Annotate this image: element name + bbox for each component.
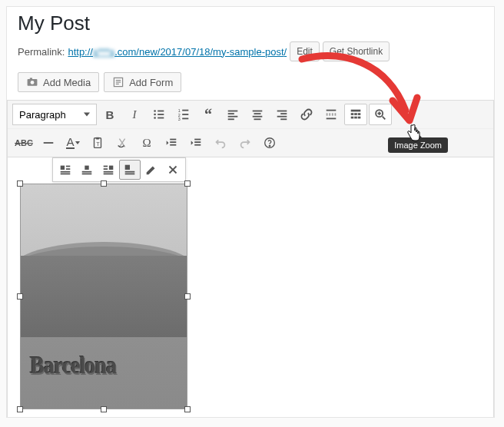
- tooltip: Image Zoom: [388, 137, 448, 153]
- svg-rect-32: [327, 114, 337, 115]
- svg-rect-54: [194, 144, 201, 146]
- img-edit-button[interactable]: [141, 160, 162, 180]
- svg-rect-19: [228, 111, 238, 112]
- svg-rect-40: [358, 117, 361, 119]
- svg-rect-28: [280, 113, 287, 114]
- clear-formatting-button[interactable]: [111, 132, 134, 154]
- editor-content-area[interactable]: Barcelona: [7, 157, 494, 418]
- camera-icon: [26, 76, 38, 88]
- svg-rect-51: [170, 144, 176, 146]
- svg-rect-34: [351, 110, 361, 112]
- resize-handle[interactable]: [17, 293, 23, 300]
- svg-point-7: [154, 110, 156, 112]
- strikethrough-button[interactable]: ABC: [12, 132, 35, 154]
- resize-handle[interactable]: [184, 406, 191, 412]
- link-button[interactable]: [295, 104, 318, 125]
- svg-rect-18: [182, 118, 188, 120]
- svg-text:T: T: [96, 141, 100, 147]
- svg-rect-2: [30, 78, 32, 79]
- help-button[interactable]: [258, 132, 281, 154]
- hr-button[interactable]: [37, 132, 60, 154]
- resize-handle[interactable]: [184, 180, 191, 187]
- svg-rect-60: [61, 171, 71, 173]
- svg-rect-23: [253, 111, 263, 112]
- svg-rect-20: [228, 113, 234, 114]
- svg-rect-57: [61, 166, 65, 170]
- get-shortlink-button[interactable]: Get Shortlink: [323, 41, 390, 61]
- svg-rect-27: [277, 111, 287, 112]
- img-remove-button[interactable]: [162, 160, 184, 180]
- svg-rect-69: [104, 174, 114, 175]
- img-align-none-button[interactable]: [119, 160, 141, 180]
- align-right-button[interactable]: [270, 104, 293, 125]
- special-char-button[interactable]: Ω: [135, 132, 158, 154]
- svg-point-56: [269, 145, 270, 146]
- edit-permalink-button[interactable]: Edit: [290, 41, 320, 61]
- resize-handle[interactable]: [17, 406, 23, 412]
- svg-rect-16: [182, 114, 188, 115]
- svg-rect-22: [228, 118, 234, 120]
- svg-rect-47: [96, 137, 99, 140]
- svg-rect-12: [158, 118, 164, 119]
- add-media-button[interactable]: Add Media: [18, 72, 99, 92]
- content-image[interactable]: Barcelona: [20, 184, 187, 409]
- svg-rect-35: [351, 113, 354, 115]
- svg-rect-37: [358, 113, 361, 115]
- svg-rect-72: [125, 174, 135, 175]
- undo-button[interactable]: [209, 132, 232, 154]
- bold-button[interactable]: B: [98, 104, 121, 125]
- svg-rect-63: [82, 171, 92, 173]
- svg-rect-70: [125, 165, 130, 170]
- image-zoom-button[interactable]: [369, 104, 392, 125]
- svg-rect-58: [66, 166, 70, 167]
- resize-handle[interactable]: [17, 180, 23, 187]
- svg-rect-14: [182, 110, 188, 111]
- svg-point-11: [154, 117, 156, 119]
- img-align-center-button[interactable]: [76, 160, 98, 180]
- resize-handle[interactable]: [184, 293, 191, 300]
- svg-rect-24: [254, 113, 261, 114]
- svg-point-9: [154, 114, 156, 116]
- img-align-right-button[interactable]: [98, 160, 119, 180]
- resize-handle[interactable]: [101, 406, 107, 412]
- italic-button[interactable]: I: [123, 104, 146, 125]
- image-caption-text: Barcelona: [30, 351, 116, 379]
- blockquote-button[interactable]: “: [197, 104, 220, 125]
- svg-rect-39: [354, 117, 357, 119]
- img-align-left-button[interactable]: [55, 160, 76, 180]
- text-color-button[interactable]: A: [61, 132, 85, 154]
- permalink-row: Permalink: http://s***s.com/new/2017/07/…: [18, 41, 483, 61]
- svg-rect-36: [354, 113, 357, 115]
- align-center-button[interactable]: [246, 104, 269, 125]
- form-icon: [112, 76, 124, 88]
- svg-rect-68: [104, 171, 114, 173]
- paste-text-button[interactable]: T: [86, 132, 109, 154]
- format-select[interactable]: Paragraph: [12, 104, 97, 125]
- svg-point-1: [31, 81, 35, 84]
- add-form-button[interactable]: Add Form: [104, 72, 181, 92]
- permalink-url[interactable]: http://s***s.com/new/2017/07/18/my-sampl…: [68, 46, 287, 58]
- resize-handle[interactable]: [101, 180, 107, 187]
- permalink-slug: my-sample-post: [213, 46, 284, 58]
- svg-rect-53: [194, 141, 201, 143]
- svg-rect-33: [327, 118, 337, 120]
- outdent-button[interactable]: [160, 132, 183, 154]
- image-inline-toolbar: [52, 157, 186, 182]
- svg-rect-38: [351, 117, 354, 119]
- numbered-list-button[interactable]: 123: [172, 104, 195, 125]
- align-left-button[interactable]: [221, 104, 244, 125]
- svg-rect-31: [327, 110, 337, 111]
- bullet-list-button[interactable]: [148, 104, 171, 125]
- svg-rect-49: [170, 139, 176, 141]
- indent-button[interactable]: [184, 132, 207, 154]
- selected-image[interactable]: Barcelona: [20, 184, 187, 409]
- svg-rect-62: [85, 166, 88, 170]
- svg-rect-45: [44, 142, 54, 144]
- svg-rect-59: [66, 168, 70, 170]
- svg-rect-66: [104, 166, 108, 167]
- redo-button[interactable]: [234, 132, 257, 154]
- svg-rect-30: [280, 118, 287, 120]
- svg-rect-65: [109, 166, 113, 170]
- read-more-button[interactable]: [320, 104, 343, 125]
- toolbar-toggle-button[interactable]: [344, 104, 367, 125]
